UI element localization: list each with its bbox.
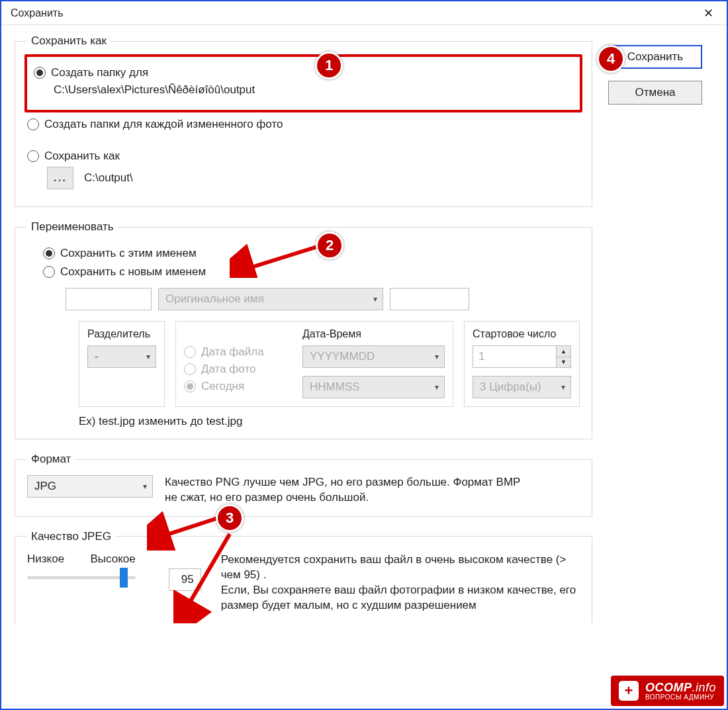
group-format: Формат JPG ▾ Качество PNG лучше чем JPG,…: [15, 453, 592, 517]
radio-icon: [184, 380, 196, 392]
radio-date-file[interactable]: Дата файла: [184, 345, 293, 359]
radio-keep-name[interactable]: Сохранить с этим именем: [43, 247, 580, 260]
annotation-badge-2: 2: [316, 232, 343, 259]
prefix-input[interactable]: [66, 288, 152, 310]
radio-icon: [34, 67, 46, 79]
select-value: Оригинальное имя: [165, 292, 264, 306]
chevron-down-icon: ▾: [561, 382, 565, 392]
radio-label: Дата фото: [201, 363, 256, 376]
quality-high-label: Высокое: [91, 553, 136, 566]
format-select[interactable]: JPG ▾: [27, 475, 153, 498]
radio-label: Сегодня: [201, 380, 244, 393]
quality-slider[interactable]: [27, 576, 136, 579]
annotation-badge-1: 1: [315, 52, 343, 79]
select-value: JPG: [34, 480, 56, 493]
group-datetime: . Дата файла Дата фото: [175, 321, 453, 407]
chevron-down-icon: ▾: [435, 352, 439, 361]
save-as-path: C:\output\: [84, 171, 133, 185]
window-title: Сохранить: [11, 7, 64, 19]
group-jpeg-quality: Качество JPEG Низкое Высокое 95 Рекоменд…: [15, 530, 592, 624]
radio-today[interactable]: Сегодня: [184, 380, 293, 393]
radio-icon: [184, 363, 196, 375]
separator-select[interactable]: - ▾: [87, 345, 156, 368]
annotation-badge-4: 4: [597, 45, 625, 73]
legend-format: Формат: [27, 453, 75, 466]
chevron-down-icon: ▾: [146, 352, 150, 361]
group-start-number: Стартовое число 1 ▲ ▼ 3 Цифра(ы) ▾: [464, 321, 580, 407]
chevron-down-icon: ▾: [373, 294, 377, 304]
rename-example: Ex) test.jpg изменить до test.jpg: [79, 415, 580, 428]
radio-label: Сохранить как: [44, 150, 120, 163]
radio-save-as[interactable]: Сохранить как: [27, 150, 580, 163]
separator-title: Разделитель: [87, 328, 156, 340]
plus-icon: +: [619, 681, 639, 701]
select-value: YYYYMMDD: [310, 350, 375, 363]
slider-thumb-icon[interactable]: [120, 568, 128, 588]
watermark-suffix: .info: [692, 681, 716, 694]
close-icon[interactable]: ✕: [695, 1, 721, 24]
chevron-down-icon: ▾: [435, 382, 439, 392]
start-number-input[interactable]: 1: [473, 345, 557, 368]
digits-select[interactable]: 3 Цифра(ы) ▾: [473, 376, 571, 398]
legend-save-as: Сохранить как: [27, 34, 111, 48]
save-dialog: Сохранить ✕ Сохранить как Создать папку …: [0, 0, 728, 710]
highlight-box-1: Создать папку для C:\Users\alex\Pictures…: [24, 54, 582, 112]
group-save-as: Сохранить как Создать папку для C:\Users…: [15, 34, 592, 207]
chevron-down-icon: ▾: [143, 482, 147, 491]
select-value: -: [95, 350, 99, 363]
radio-label: Создать папки для каждой измененного фот…: [44, 118, 283, 131]
watermark: + OCOMP.info ВОПРОСЫ АДМИНУ: [611, 676, 724, 706]
browse-button[interactable]: ...: [47, 167, 73, 189]
suffix-input[interactable]: [390, 288, 469, 310]
radio-label: Сохранить с этим именем: [60, 247, 197, 260]
annotation-badge-3: 3: [216, 504, 244, 532]
radio-icon: [27, 150, 39, 162]
name-pattern-select[interactable]: Оригинальное имя ▾: [158, 288, 383, 310]
format-note: Качество PNG лучше чем JPG, но его разме…: [165, 475, 535, 506]
watermark-brand: OCOMP: [645, 681, 692, 694]
radio-label: Дата файла: [201, 345, 264, 359]
start-number-title: Стартовое число: [473, 328, 571, 340]
spinner-up-icon[interactable]: ▲: [557, 346, 570, 357]
radio-icon: [184, 346, 196, 358]
radio-label: Создать папку для: [51, 66, 148, 79]
radio-icon: [43, 247, 55, 259]
radio-date-photo[interactable]: Дата фото: [184, 363, 293, 376]
select-value: HHMMSS: [310, 380, 360, 394]
spinner-down-icon[interactable]: ▼: [557, 357, 570, 368]
select-value: 3 Цифра(ы): [480, 380, 541, 394]
time-format-select[interactable]: HHMMSS ▾: [302, 376, 445, 398]
quality-low-label: Низкое: [27, 553, 64, 566]
radio-icon: [27, 118, 39, 130]
radio-create-folder[interactable]: Создать папку для: [34, 66, 573, 79]
quality-value-input[interactable]: 95: [169, 568, 201, 591]
titlebar: Сохранить ✕: [1, 1, 727, 25]
quality-note: Рекомендуется сохранить ваш файл в очень…: [221, 553, 580, 613]
group-rename: Переименовать Сохранить с этим именем Со…: [15, 220, 592, 439]
radio-icon: [43, 266, 55, 278]
radio-create-each[interactable]: Создать папки для каждой измененного фот…: [27, 118, 580, 131]
legend-rename: Переименовать: [27, 220, 118, 234]
group-separator: Разделитель - ▾: [79, 321, 165, 407]
cancel-button[interactable]: Отмена: [608, 81, 702, 105]
legend-jpeg-quality: Качество JPEG: [27, 530, 115, 543]
radio-new-name[interactable]: Сохранить с новым именем: [43, 265, 580, 279]
datetime-title: Дата-Время: [302, 328, 445, 340]
radio-label: Сохранить с новым именем: [60, 265, 206, 279]
date-format-select[interactable]: YYYYMMDD ▾: [302, 345, 445, 368]
watermark-tagline: ВОПРОСЫ АДМИНУ: [645, 693, 716, 701]
create-folder-path: C:\Users\alex\Pictures\Ñêðèíøîòû\output: [54, 83, 573, 97]
